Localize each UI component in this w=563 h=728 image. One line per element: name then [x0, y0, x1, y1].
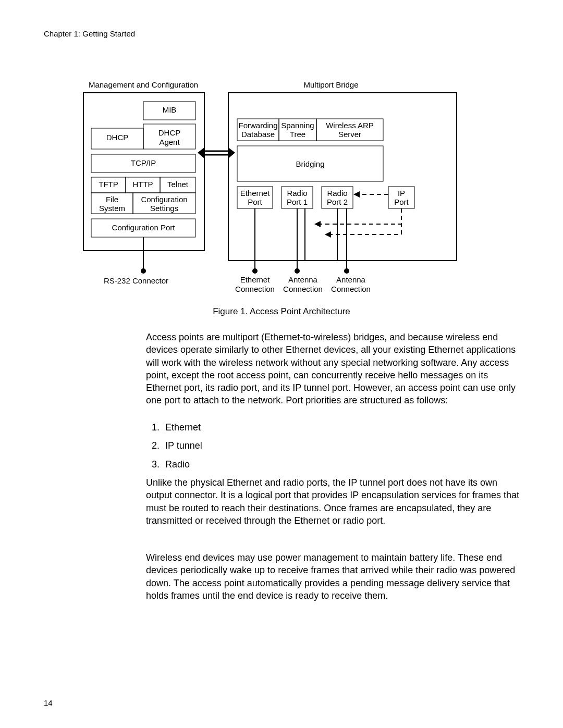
list-item-number: 3.: [146, 458, 160, 471]
wireless-arp-label-2: Server: [338, 130, 361, 139]
multiport-bridge-panel: [228, 93, 457, 261]
list-item: 3. Radio: [146, 458, 521, 471]
panel-link-arrow-icon: [198, 147, 235, 158]
config-settings-label-2: Settings: [150, 204, 178, 213]
antenna2-label-1: Antenna: [336, 275, 366, 284]
http-label: HTTP: [132, 180, 153, 189]
rs232-connector-dot-icon: [141, 268, 146, 274]
rs232-label: RS-232 Connector: [104, 276, 168, 285]
tcpip-label: TCP/IP: [131, 158, 156, 167]
page-number: 14: [44, 698, 53, 707]
telnet-label: Telnet: [167, 180, 189, 189]
antenna1-conn-dot-icon: [295, 268, 300, 274]
spanning-tree-label-1: Spanning: [281, 121, 314, 130]
config-settings-label-1: Configuration: [141, 195, 187, 204]
radio-port-1-label-1: Radio: [287, 189, 307, 198]
body-paragraph-3: Wireless end devices may use power manag…: [146, 551, 521, 602]
svg-marker-6: [325, 231, 331, 238]
list-item: 1. Ethernet: [146, 421, 521, 434]
antenna2-label-2: Connection: [331, 285, 371, 293]
ethernet-port-label-2: Port: [248, 198, 262, 206]
diagram-title-right: Multiport Bridge: [303, 80, 358, 89]
figure-access-point-architecture: Management and Configuration Multiport B…: [81, 78, 459, 297]
page-header-chapter: Chapter 1: Getting Started: [44, 29, 135, 38]
radio-port-2-label-1: Radio: [327, 189, 347, 198]
list-item-number: 2.: [146, 439, 160, 452]
forwarding-database-label-1: Forwarding: [238, 121, 277, 130]
ethernet-conn-label-2: Connection: [235, 285, 275, 293]
ethernet-conn-label-1: Ethernet: [240, 275, 271, 284]
configuration-port-label: Configuration Port: [112, 223, 176, 232]
ethernet-conn-dot-icon: [252, 268, 258, 274]
tftp-label: TFTP: [99, 180, 118, 189]
list-item-text: Radio: [165, 459, 190, 470]
forwarding-database-label-2: Database: [241, 130, 275, 139]
list-item-number: 1.: [146, 421, 160, 434]
body-paragraph-1: Access points are multiport (Ethernet-to…: [146, 331, 521, 407]
spanning-tree-label-2: Tree: [290, 130, 305, 139]
antenna2-conn-dot-icon: [344, 268, 349, 274]
antenna1-label-1: Antenna: [288, 275, 318, 284]
svg-marker-3: [228, 147, 235, 158]
dhcp-agent-label-1: DHCP: [158, 128, 181, 137]
svg-marker-2: [198, 147, 204, 158]
ip-to-radio1-dashed-arrow-icon: [314, 208, 401, 227]
figure-caption: Figure 1. Access Point Architecture: [0, 306, 563, 317]
file-system-label-1: File: [106, 195, 118, 204]
ip-port-label-1: IP: [398, 189, 405, 198]
list-item: 2. IP tunnel: [146, 439, 521, 452]
ip-to-ethernet-dashed-arrow-icon: [325, 208, 401, 238]
mib-label: MIB: [163, 105, 177, 114]
diagram-title-left: Management and Configuration: [89, 80, 198, 89]
svg-marker-4: [353, 191, 360, 198]
list-item-text: IP tunnel: [165, 440, 202, 451]
ip-to-radio2-dashed-arrow-icon: [353, 191, 388, 198]
ethernet-port-label-1: Ethernet: [240, 189, 271, 198]
port-priority-list: 1. Ethernet 2. IP tunnel 3. Radio: [146, 421, 521, 476]
dhcp-agent-label-2: Agent: [159, 138, 180, 146]
list-item-text: Ethernet: [165, 422, 201, 433]
bridging-label: Bridging: [296, 159, 324, 168]
radio-port-2-label-2: Port 2: [327, 198, 348, 206]
dhcp-label: DHCP: [106, 133, 129, 142]
page: Chapter 1: Getting Started Management an…: [0, 0, 563, 728]
file-system-label-2: System: [99, 204, 125, 213]
radio-port-1-label-2: Port 1: [287, 198, 308, 206]
antenna1-label-2: Connection: [283, 285, 323, 293]
ip-port-label-2: Port: [394, 198, 409, 206]
body-paragraph-2: Unlike the physical Ethernet and radio p…: [146, 476, 521, 527]
wireless-arp-label-1: Wireless ARP: [326, 121, 374, 130]
svg-marker-5: [314, 221, 321, 227]
